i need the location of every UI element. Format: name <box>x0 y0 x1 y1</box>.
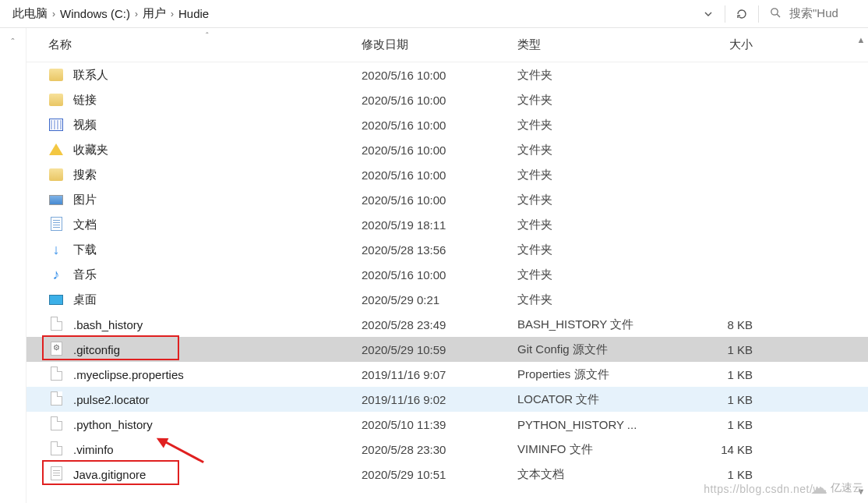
file-type: 文件夹 <box>517 267 679 282</box>
file-name-cell[interactable]: 图片 <box>26 192 362 207</box>
file-name-cell[interactable]: 视频 <box>26 117 362 133</box>
file-name-cell[interactable]: .pulse2.locator <box>26 391 362 408</box>
file-icon <box>48 441 64 458</box>
separator <box>758 5 759 23</box>
column-header-type[interactable]: 类型 <box>517 37 679 52</box>
favorites-icon <box>48 142 64 158</box>
file-name-cell[interactable]: 搜索 <box>26 167 362 183</box>
file-row[interactable]: 联系人2020/5/16 10:00文件夹 <box>26 62 868 87</box>
search-placeholder: 搜索"Hud <box>789 6 838 21</box>
file-row[interactable]: 视频2020/5/16 10:00文件夹 <box>26 112 868 137</box>
file-name-cell[interactable]: 链接 <box>26 92 362 108</box>
downloads-icon: ↓ <box>48 242 64 257</box>
file-name-cell[interactable]: 收藏夹 <box>26 142 362 158</box>
file-name-cell[interactable]: ↓下载 <box>26 242 362 257</box>
file-row[interactable]: 搜索2020/5/16 10:00文件夹 <box>26 162 868 187</box>
file-row[interactable]: 图片2020/5/16 10:00文件夹 <box>26 187 868 212</box>
file-name-cell[interactable]: .python_history <box>26 416 362 433</box>
search-box[interactable]: 搜索"Hud <box>762 6 863 21</box>
column-header-date[interactable]: 修改日期 <box>362 37 517 52</box>
breadcrumb-segment[interactable]: Hudie <box>178 7 209 20</box>
search-icon <box>770 7 782 21</box>
file-name: .viminfo <box>73 443 114 456</box>
file-size: 1 KB <box>679 393 773 406</box>
chevron-right-icon: › <box>171 9 174 19</box>
svg-line-1 <box>777 14 780 17</box>
file-type: 文件夹 <box>517 243 679 257</box>
file-type: 文件夹 <box>517 292 679 307</box>
gear-file-icon <box>48 341 64 358</box>
file-size: 8 KB <box>679 318 773 331</box>
brand-badge: ☁ 亿速云 <box>810 478 863 498</box>
vertical-scrollbar[interactable]: ▲ ▼ <box>854 33 868 498</box>
breadcrumb[interactable]: 此电脑 › Windows (C:) › 用户 › Hudie <box>5 6 695 21</box>
file-icon <box>48 391 64 408</box>
file-type: BASH_HISTORY 文件 <box>517 317 679 332</box>
file-name: .pulse2.locator <box>73 393 150 406</box>
column-header-name[interactable]: 名称 <box>26 37 362 52</box>
file-name: .myeclipse.properties <box>73 368 184 381</box>
file-row[interactable]: .pulse2.locator2019/11/16 9:02LOCATOR 文件… <box>26 387 868 412</box>
contacts-icon <box>48 67 64 83</box>
file-name: 文档 <box>73 218 97 232</box>
file-date: 2020/5/16 10:00 <box>362 94 517 107</box>
file-date: 2020/5/29 10:51 <box>362 468 517 481</box>
file-date: 2020/5/28 23:30 <box>362 443 517 456</box>
file-name-cell[interactable]: 桌面 <box>26 292 362 307</box>
file-name-cell[interactable]: .bash_history <box>26 316 362 333</box>
chevron-right-icon: › <box>52 9 55 19</box>
file-icon <box>48 416 64 433</box>
file-type: PYTHON_HISTORY ... <box>517 418 679 431</box>
file-row[interactable]: .bash_history2020/5/28 23:49BASH_HISTORY… <box>26 312 868 337</box>
file-name-cell[interactable]: ♪音乐 <box>26 267 362 282</box>
address-bar: 此电脑 › Windows (C:) › 用户 › Hudie 搜索"Hud <box>0 0 868 28</box>
file-name-cell[interactable]: .gitconfig <box>26 341 362 358</box>
file-date: 2020/5/28 23:49 <box>362 318 517 331</box>
scroll-track[interactable] <box>854 47 868 484</box>
file-row[interactable]: 收藏夹2020/5/16 10:00文件夹 <box>26 137 868 162</box>
file-name-cell[interactable]: 文档 <box>26 216 362 233</box>
file-type: 文件夹 <box>517 68 679 83</box>
history-dropdown-button[interactable] <box>695 3 722 25</box>
refresh-button[interactable] <box>729 3 755 25</box>
breadcrumb-segment[interactable]: 用户 <box>143 6 166 21</box>
file-row[interactable]: 链接2020/5/16 10:00文件夹 <box>26 87 868 112</box>
file-name-cell[interactable]: .viminfo <box>26 441 362 458</box>
chevron-right-icon: › <box>135 9 138 19</box>
file-row[interactable]: .viminfo2020/5/28 23:30VIMINFO 文件14 KB <box>26 437 868 462</box>
file-size: 1 KB <box>679 343 773 356</box>
file-type: Git Config 源文件 <box>517 342 679 357</box>
search-folder-icon <box>48 167 64 183</box>
file-type: LOCATOR 文件 <box>517 392 679 407</box>
desktop-icon <box>48 292 64 307</box>
file-row[interactable]: .gitconfig2020/5/29 10:59Git Config 源文件1… <box>26 337 868 362</box>
nav-collapse-gutter[interactable]: ˆ <box>0 28 26 503</box>
file-date: 2019/11/16 9:07 <box>362 368 517 381</box>
file-row[interactable]: ↓下载2020/5/28 13:56文件夹 <box>26 237 868 262</box>
sort-indicator-icon: ˆ <box>206 31 209 41</box>
file-type: 文本文档 <box>517 467 679 482</box>
file-name: Java.gitignore <box>73 468 146 481</box>
file-row[interactable]: ♪音乐2020/5/16 10:00文件夹 <box>26 262 868 287</box>
scroll-up-button[interactable]: ▲ <box>854 33 868 47</box>
file-name-cell[interactable]: Java.gitignore <box>26 466 362 483</box>
file-row[interactable]: 桌面2020/5/29 0:21文件夹 <box>26 287 868 312</box>
breadcrumb-segment[interactable]: Windows (C:) <box>60 7 130 20</box>
file-row[interactable]: 文档2020/5/19 18:11文件夹 <box>26 212 868 237</box>
file-date: 2020/5/29 10:59 <box>362 343 517 356</box>
column-header-size[interactable]: 大小 <box>679 37 773 52</box>
separator <box>725 5 725 23</box>
file-date: 2020/5/19 18:11 <box>362 218 517 232</box>
file-row[interactable]: .myeclipse.properties2019/11/16 9:07Prop… <box>26 362 868 387</box>
breadcrumb-segment[interactable]: 此电脑 <box>12 6 48 21</box>
file-size: 1 KB <box>679 468 773 481</box>
file-name-cell[interactable]: .myeclipse.properties <box>26 366 362 383</box>
file-date: 2020/5/16 10:00 <box>362 119 517 132</box>
chevron-up-icon: ˆ <box>0 37 26 48</box>
file-row[interactable]: .python_history2020/5/10 11:39PYTHON_HIS… <box>26 412 868 437</box>
file-size: 1 KB <box>679 368 773 381</box>
file-type: 文件夹 <box>517 118 679 133</box>
file-name-cell[interactable]: 联系人 <box>26 67 362 83</box>
file-name: 下载 <box>73 243 97 257</box>
watermark-text: https://blog.csdn.net/w <box>704 483 821 495</box>
